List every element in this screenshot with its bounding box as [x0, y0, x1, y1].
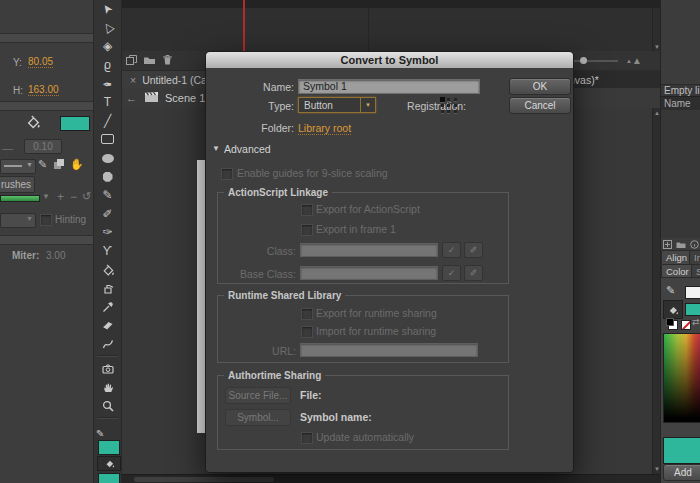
- lasso-tool[interactable]: ϱ: [94, 56, 121, 75]
- tab-color[interactable]: Color: [661, 264, 694, 278]
- advanced-toggle[interactable]: Advanced: [224, 143, 271, 155]
- timeline-playhead[interactable]: [243, 0, 245, 51]
- tab-swatches[interactable]: Sw: [691, 264, 700, 278]
- toolbar-fill-color-swatch[interactable]: [98, 473, 120, 483]
- ink-bottle-tool[interactable]: [94, 279, 121, 298]
- black-white-icon[interactable]: [668, 320, 678, 330]
- library-name-column-header[interactable]: Name: [661, 96, 700, 111]
- frame-view-large-icon[interactable]: ▲: [632, 55, 642, 66]
- free-transform-tool[interactable]: ◈: [94, 37, 121, 56]
- library-item-list[interactable]: [661, 110, 700, 238]
- camera-tool[interactable]: [94, 359, 121, 378]
- edit-stroke-style-icon[interactable]: ✎: [38, 158, 47, 171]
- new-folder-icon[interactable]: [143, 54, 156, 67]
- eyedropper-tool[interactable]: [94, 298, 121, 317]
- hand-tool[interactable]: [94, 378, 121, 397]
- type-dropdown[interactable]: Button ▼: [298, 97, 376, 113]
- class-label: Class:: [228, 245, 296, 257]
- classic-brush-tool[interactable]: ✐: [94, 205, 121, 224]
- top-edge-strip: [122, 0, 660, 8]
- registration-point[interactable]: [454, 104, 457, 107]
- base-class-label: Base Class:: [228, 268, 296, 280]
- subselection-tool[interactable]: ▷: [94, 19, 121, 38]
- swap-colors-icon[interactable]: ⇄: [692, 317, 700, 327]
- back-arrow-icon[interactable]: ←: [126, 92, 137, 104]
- folder-link[interactable]: Library root: [298, 122, 351, 135]
- registration-point[interactable]: [454, 98, 457, 101]
- paint-bucket-tool[interactable]: [94, 260, 121, 279]
- registration-point[interactable]: [447, 104, 450, 107]
- no-color-icon[interactable]: [681, 320, 691, 330]
- update-automatically-label: Update automatically: [316, 431, 414, 443]
- new-layer-icon[interactable]: [125, 54, 138, 68]
- color-spectrum-picker[interactable]: [663, 333, 700, 423]
- fill-color-swatch[interactable]: [60, 116, 90, 131]
- add-to-swatches-button[interactable]: Add: [663, 464, 700, 481]
- validate-class-button: ✓: [442, 242, 461, 258]
- selection-tool[interactable]: ➤: [94, 0, 121, 19]
- hinting-checkbox: [40, 214, 52, 226]
- registration-point[interactable]: [441, 104, 444, 107]
- advanced-disclosure-icon[interactable]: ▼: [212, 144, 220, 153]
- bone-tool[interactable]: ϒ: [94, 242, 121, 261]
- tab-info[interactable]: In: [689, 250, 700, 264]
- registration-point-selected[interactable]: [440, 97, 445, 102]
- stroke-style-dropdown[interactable]: ▼: [0, 159, 36, 174]
- oval-tool-icon: [102, 154, 114, 163]
- cap-style-dropdown: ▼: [0, 213, 36, 228]
- fill-color-selected-box[interactable]: [663, 300, 683, 319]
- tab-align[interactable]: Align: [661, 250, 692, 264]
- cancel-button[interactable]: Cancel: [509, 97, 571, 114]
- y-position-value[interactable]: 80.05: [28, 56, 53, 68]
- runtime-shared-library-group: Runtime Shared Library Export for runtim…: [217, 295, 509, 363]
- toolbar-stroke-color-swatch[interactable]: [98, 440, 120, 455]
- registration-point[interactable]: [441, 110, 444, 113]
- pencil-tool[interactable]: ✎: [94, 186, 121, 205]
- slider-knob[interactable]: [580, 57, 587, 64]
- stroke-width-field[interactable]: 0.10: [24, 139, 62, 154]
- text-tool[interactable]: T: [94, 93, 121, 112]
- right-dock: Empty libra Name Align In Color Sw ✎ ⇄ A…: [660, 0, 700, 483]
- close-icon[interactable]: ×: [130, 74, 136, 86]
- text-tool-icon: T: [104, 96, 111, 108]
- timeline-panel: [122, 8, 660, 52]
- folder-label: Folder:: [226, 122, 294, 134]
- symbol-name-input[interactable]: Symbol 1: [298, 79, 480, 94]
- delete-icon[interactable]: [162, 54, 173, 68]
- import-runtime-sharing-label: Import for runtime sharing: [316, 325, 436, 337]
- eraser-tool[interactable]: [94, 316, 121, 335]
- stroke-color-well[interactable]: [685, 286, 700, 299]
- class-input: [300, 243, 438, 257]
- paint-brush-tool[interactable]: ✑: [94, 223, 121, 242]
- fill-color-indicator-icon[interactable]: [97, 456, 121, 471]
- scrollbar-thumb[interactable]: [134, 477, 274, 482]
- zoom-tool[interactable]: [94, 396, 121, 415]
- scene-breadcrumb[interactable]: Scene 1: [165, 92, 205, 104]
- export-in-frame1-checkbox: [301, 224, 313, 236]
- chevron-down-icon[interactable]: ▼: [42, 192, 50, 201]
- rectangle-tool[interactable]: [94, 130, 121, 149]
- actionscript-linkage-title: ActionScript Linkage: [224, 187, 332, 198]
- height-value[interactable]: 163.00: [28, 84, 59, 96]
- pen-tool[interactable]: ✒: [94, 74, 121, 93]
- oval-tool[interactable]: [94, 149, 121, 168]
- layered-brush-icon[interactable]: [53, 158, 65, 172]
- registration-point[interactable]: [447, 98, 450, 101]
- panel-divider: [0, 101, 93, 111]
- timeline-zoom-slider[interactable]: [568, 60, 618, 62]
- dialog-title-bar[interactable]: Convert to Symbol: [206, 52, 573, 68]
- stage-horizontal-scrollbar[interactable]: [122, 474, 660, 483]
- registration-point[interactable]: [454, 110, 457, 113]
- registration-grid[interactable]: [439, 96, 459, 114]
- lasso-tool-icon: ϱ: [104, 59, 111, 71]
- polystar-tool[interactable]: [94, 167, 121, 186]
- miter-value: 3.00: [46, 250, 65, 261]
- stroke-color-pencil-icon[interactable]: ✎: [666, 284, 675, 297]
- line-tool[interactable]: ╱: [94, 112, 121, 131]
- toolbar-divider: [97, 355, 118, 357]
- brushes-button[interactable]: rushes: [0, 176, 35, 193]
- fill-color-well[interactable]: [685, 303, 700, 316]
- registration-point[interactable]: [447, 110, 450, 113]
- ok-button[interactable]: OK: [509, 78, 571, 95]
- asset-warp-tool[interactable]: [94, 335, 121, 354]
